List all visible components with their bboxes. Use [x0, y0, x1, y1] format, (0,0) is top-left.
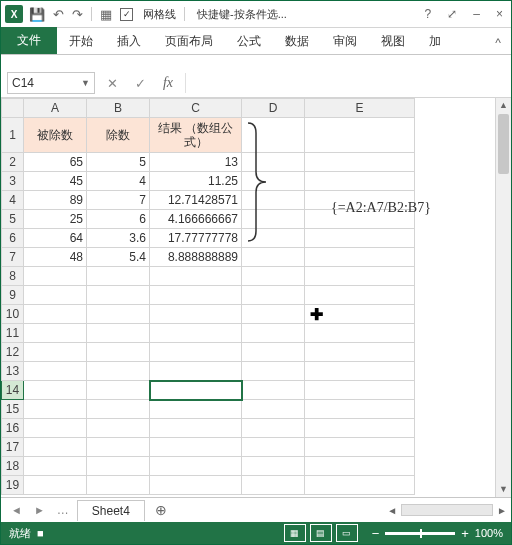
tab-view[interactable]: 视图 [369, 29, 417, 54]
row-header-4[interactable]: 4 [2, 191, 24, 210]
view-page-layout-button[interactable]: ▤ [310, 524, 332, 542]
fullscreen-button[interactable]: ⤢ [443, 7, 461, 21]
cell-C4[interactable]: 12.71428571 [150, 191, 242, 210]
cell-B4[interactable]: 7 [87, 191, 150, 210]
vertical-scrollbar[interactable]: ▲ ▼ [495, 98, 511, 497]
zoom-slider[interactable] [385, 532, 455, 535]
view-normal-button[interactable]: ▦ [284, 524, 306, 542]
tab-file[interactable]: 文件 [1, 27, 57, 54]
cell-C7[interactable]: 8.888888889 [150, 248, 242, 267]
hscroll-left[interactable]: ◄ [387, 505, 397, 516]
col-header-A[interactable]: A [24, 99, 87, 118]
select-all-corner[interactable] [2, 99, 24, 118]
name-box[interactable]: C14 ▼ [7, 72, 95, 94]
array-formula-label: {=A2:A7/B2:B7} [331, 200, 431, 216]
add-sheet-button[interactable]: ⊕ [151, 500, 171, 520]
tab-insert[interactable]: 插入 [105, 29, 153, 54]
row-header-16[interactable]: 16 [2, 419, 24, 438]
cell-A1[interactable]: 被除数 [24, 118, 87, 153]
zoom-in-button[interactable]: + [461, 526, 469, 541]
sheet-nav-prev[interactable]: ◄ [5, 504, 28, 516]
col-header-D[interactable]: D [242, 99, 305, 118]
row-header-17[interactable]: 17 [2, 438, 24, 457]
cell-C14[interactable] [150, 381, 242, 400]
cell-A7[interactable]: 48 [24, 248, 87, 267]
scroll-down-button[interactable]: ▼ [496, 482, 511, 497]
cell-C1[interactable]: 结果 （数组公式） [150, 118, 242, 153]
row-header-18[interactable]: 18 [2, 457, 24, 476]
save-icon[interactable]: 💾 [29, 7, 45, 22]
cell-C6[interactable]: 17.77777778 [150, 229, 242, 248]
minimize-button[interactable]: – [469, 7, 484, 21]
tab-formulas[interactable]: 公式 [225, 29, 273, 54]
row-header-8[interactable]: 8 [2, 267, 24, 286]
zoom-out-button[interactable]: − [372, 526, 380, 541]
zoom-level[interactable]: 100% [475, 527, 503, 539]
row-header-12[interactable]: 12 [2, 343, 24, 362]
grid-icon[interactable]: ▦ [100, 7, 112, 22]
cancel-formula-button[interactable]: ✕ [101, 73, 123, 93]
row-header-1[interactable]: 1 [2, 118, 24, 153]
gridlines-checkbox[interactable]: ✓ [120, 8, 133, 21]
cell-B7[interactable]: 5.4 [87, 248, 150, 267]
row-header-10[interactable]: 10 [2, 305, 24, 324]
row-header-9[interactable]: 9 [2, 286, 24, 305]
fx-button[interactable]: fx [157, 73, 179, 93]
accept-formula-button[interactable]: ✓ [129, 73, 151, 93]
cell-B3[interactable]: 4 [87, 172, 150, 191]
cell-B1[interactable]: 除数 [87, 118, 150, 153]
sheet-nav-more[interactable]: … [51, 503, 75, 517]
cell-C5[interactable]: 4.166666667 [150, 210, 242, 229]
row-header-5[interactable]: 5 [2, 210, 24, 229]
cell-E3[interactable] [305, 172, 415, 191]
collapse-ribbon-button[interactable]: ^ [485, 32, 511, 54]
cell-C2[interactable]: 13 [150, 153, 242, 172]
col-header-E[interactable]: E [305, 99, 415, 118]
scroll-up-button[interactable]: ▲ [496, 98, 511, 113]
row-header-15[interactable]: 15 [2, 400, 24, 419]
tab-page-layout[interactable]: 页面布局 [153, 29, 225, 54]
close-button[interactable]: × [492, 7, 507, 21]
cell-A3[interactable]: 45 [24, 172, 87, 191]
undo-icon[interactable]: ↶ [53, 7, 64, 22]
cell-A2[interactable]: 65 [24, 153, 87, 172]
row-header-3[interactable]: 3 [2, 172, 24, 191]
cell-B6[interactable]: 3.6 [87, 229, 150, 248]
cell-C3[interactable]: 11.25 [150, 172, 242, 191]
col-header-C[interactable]: C [150, 99, 242, 118]
sheet-tab[interactable]: Sheet4 [77, 500, 145, 521]
cell-B2[interactable]: 5 [87, 153, 150, 172]
tab-review[interactable]: 审阅 [321, 29, 369, 54]
cell-E1[interactable] [305, 118, 415, 153]
help-button[interactable]: ? [421, 7, 436, 21]
cell-E2[interactable] [305, 153, 415, 172]
tab-data[interactable]: 数据 [273, 29, 321, 54]
redo-icon[interactable]: ↷ [72, 7, 83, 22]
spreadsheet-grid[interactable]: A B C D E 1 被除数 除数 结果 （数组公式） 265513 3454… [1, 98, 511, 497]
scroll-thumb[interactable] [498, 114, 509, 174]
row-header-13[interactable]: 13 [2, 362, 24, 381]
row-header-14[interactable]: 14 [2, 381, 24, 400]
macro-record-icon[interactable]: ■ [37, 527, 44, 539]
row-header-2[interactable]: 2 [2, 153, 24, 172]
hscroll-right[interactable]: ► [497, 505, 507, 516]
row-header-11[interactable]: 11 [2, 324, 24, 343]
hscroll-track[interactable] [401, 504, 493, 516]
cell-D7[interactable] [242, 248, 305, 267]
cell-A6[interactable]: 64 [24, 229, 87, 248]
row-header-19[interactable]: 19 [2, 476, 24, 495]
cell-A5[interactable]: 25 [24, 210, 87, 229]
col-header-B[interactable]: B [87, 99, 150, 118]
sheet-nav-next[interactable]: ► [28, 504, 51, 516]
tab-home[interactable]: 开始 [57, 29, 105, 54]
view-page-break-button[interactable]: ▭ [336, 524, 358, 542]
name-box-dropdown-icon[interactable]: ▼ [81, 78, 90, 88]
cell-B5[interactable]: 6 [87, 210, 150, 229]
tab-addins[interactable]: 加 [417, 29, 453, 54]
formula-input[interactable] [185, 73, 505, 93]
cell-E6[interactable] [305, 229, 415, 248]
row-header-6[interactable]: 6 [2, 229, 24, 248]
cell-E7[interactable] [305, 248, 415, 267]
row-header-7[interactable]: 7 [2, 248, 24, 267]
cell-A4[interactable]: 89 [24, 191, 87, 210]
